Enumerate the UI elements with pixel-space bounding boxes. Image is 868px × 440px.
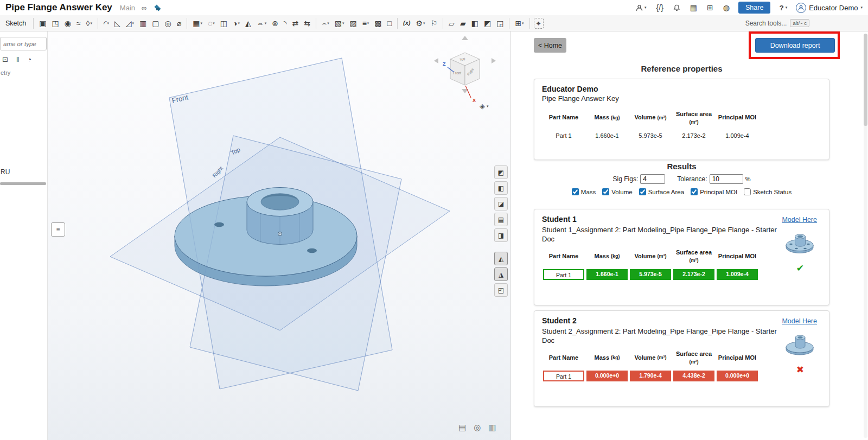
checkbox[interactable]: [691, 188, 698, 195]
perspective-icon[interactable]: ◨: [494, 228, 508, 242]
display-mode-button[interactable]: ◈ ▾: [480, 102, 489, 110]
sig-figs-input[interactable]: [640, 174, 665, 184]
classroom-icon[interactable]: [153, 4, 162, 11]
search-tools-label[interactable]: Search tools...: [745, 20, 787, 27]
help-center-icon[interactable]: ◍: [723, 3, 730, 12]
rib-icon[interactable]: ▥: [138, 18, 148, 28]
fillet-icon[interactable]: ◜▾: [102, 18, 111, 28]
app-store-icon[interactable]: ⊞: [707, 3, 713, 12]
boundary-surface-icon[interactable]: ▧▾: [333, 18, 346, 28]
extrude-icon[interactable]: ◳: [50, 18, 60, 28]
delete-part-icon[interactable]: ⊗: [270, 18, 280, 28]
snapshot-icon[interactable]: ▤: [458, 423, 466, 432]
column-header: Principal MOI: [716, 110, 759, 126]
shaded-view-icon[interactable]: ▤: [494, 213, 508, 226]
panel-scrollbar[interactable]: [864, 34, 867, 438]
view-cube[interactable]: Top Front Right Z X: [434, 36, 496, 103]
insert-icon[interactable]: ▣: [37, 18, 48, 28]
rotate-up-arrow[interactable]: [462, 36, 468, 40]
frame-icon[interactable]: ⊞▾: [513, 18, 525, 28]
scrollbar-thumb[interactable]: [864, 34, 867, 126]
sheet-metal-tab-icon[interactable]: ◧: [470, 18, 480, 28]
sheet-metal-corner-icon[interactable]: ◩: [482, 18, 493, 28]
boolean-icon[interactable]: ◑▾: [231, 18, 241, 28]
tag-icon[interactable]: ⚐: [429, 18, 439, 28]
feature-item-label[interactable]: RU: [1, 168, 10, 176]
thicken-icon[interactable]: ▩: [373, 18, 383, 28]
suppress-pause-icon[interactable]: ‖: [16, 55, 19, 63]
bolt-hole[interactable]: [214, 222, 224, 227]
stats-icon[interactable]: ▥: [488, 423, 496, 432]
rotate-right-arrow[interactable]: [492, 58, 496, 63]
sheet-metal-flange-icon[interactable]: ▰: [458, 18, 468, 28]
link-icon[interactable]: ∞: [142, 4, 146, 12]
sheet-metal-finish-icon[interactable]: ◲: [495, 18, 505, 28]
featurescript-icon[interactable]: {/}: [656, 3, 663, 12]
model-here-link[interactable]: Model Here: [782, 216, 817, 224]
notifications-bell-icon[interactable]: [673, 4, 680, 11]
move-face-icon[interactable]: ⇄: [290, 18, 300, 28]
explode-icon[interactable]: ◮: [494, 267, 508, 281]
filter-icon[interactable]: ⊡: [2, 55, 8, 63]
help-menu-button[interactable]: ?▾: [779, 4, 787, 12]
mirror-icon[interactable]: ◫: [219, 18, 229, 28]
revolve-icon[interactable]: ◉: [63, 18, 73, 28]
sketch-button[interactable]: Sketch: [5, 20, 26, 27]
horizontal-scrollbar[interactable]: [0, 182, 46, 185]
isolate-icon[interactable]: ◭: [494, 252, 508, 265]
view-orientation-icon[interactable]: ◩: [494, 165, 508, 179]
feature-list-toggle-button[interactable]: ≡: [51, 222, 65, 237]
hole-icon[interactable]: ◎: [163, 18, 173, 28]
rollback-history-icon[interactable]: ◔: [27, 55, 31, 63]
zoom-fit-icon[interactable]: ◰: [494, 283, 508, 297]
rotate-left-arrow[interactable]: [434, 58, 438, 63]
home-button[interactable]: < Home: [534, 38, 566, 53]
model-here-link[interactable]: Model Here: [782, 317, 817, 325]
snap-mode-icon[interactable]: ⌖: [534, 18, 544, 29]
fill-surface-icon[interactable]: ▨: [348, 18, 358, 28]
loft-icon[interactable]: ◊▾: [85, 18, 94, 28]
user-menu[interactable]: Educator Demo ▾: [796, 3, 863, 13]
bolt-hole[interactable]: [307, 248, 317, 253]
checkbox[interactable]: [572, 188, 579, 195]
user-actions-icon[interactable]: ▾: [636, 4, 647, 11]
draft-icon[interactable]: ◿▾: [124, 18, 136, 28]
part-name-cell: Part 1: [543, 371, 584, 381]
hidden-edges-icon[interactable]: ◪: [494, 197, 508, 211]
custom-feature-icon[interactable]: ⚙▾: [414, 18, 426, 28]
share-button[interactable]: Share: [738, 2, 770, 14]
check-volume[interactable]: Volume: [602, 188, 632, 195]
transform-icon[interactable]: ⇔▾: [255, 18, 269, 28]
tolerance-input[interactable]: [710, 174, 743, 184]
chevron-down-icon: ▾: [132, 21, 135, 25]
chamfer-icon[interactable]: ◺: [113, 18, 122, 28]
sheet-metal-model-icon[interactable]: ▱: [447, 18, 456, 28]
sweep-icon[interactable]: ≈: [75, 18, 82, 28]
check-mass[interactable]: Mass: [572, 188, 596, 195]
check-sketch-status[interactable]: Sketch Status: [744, 188, 792, 195]
section-view-icon[interactable]: ◧: [494, 181, 508, 195]
shell-icon[interactable]: ▢: [150, 18, 161, 28]
offset-surface-icon[interactable]: ≡▾: [361, 18, 371, 28]
graphics-area[interactable]: Front Top Right Top Front Right Z X: [0, 31, 510, 440]
split-icon[interactable]: ◭: [244, 18, 253, 28]
filter-input[interactable]: [0, 37, 47, 50]
checkbox[interactable]: [744, 188, 751, 195]
replace-face-icon[interactable]: ⇆: [302, 18, 312, 28]
checkbox[interactable]: [639, 188, 646, 195]
thread-icon[interactable]: ⌀: [175, 18, 183, 28]
checkbox[interactable]: [602, 188, 609, 195]
download-report-button[interactable]: Download report: [755, 38, 835, 53]
linear-pattern-icon[interactable]: ▦▾: [191, 18, 204, 28]
orbit-icon[interactable]: ◎: [474, 423, 481, 432]
mutual-trim-icon[interactable]: □: [386, 18, 393, 28]
check-surface-area[interactable]: Surface Area: [639, 188, 684, 195]
modify-fillet-icon[interactable]: ◝: [282, 18, 288, 28]
spreadsheet-icon[interactable]: ▦: [690, 3, 697, 12]
variable-icon[interactable]: (x): [401, 19, 412, 27]
circular-pattern-icon[interactable]: ◌▾: [206, 18, 216, 28]
search-tools[interactable]: Search tools... alt/~ c: [745, 19, 864, 27]
check-principal-moi[interactable]: Principal MOI: [691, 188, 737, 195]
surface-extrude-icon[interactable]: ⌢▾: [320, 18, 331, 28]
workspace-label[interactable]: Main: [120, 4, 135, 12]
